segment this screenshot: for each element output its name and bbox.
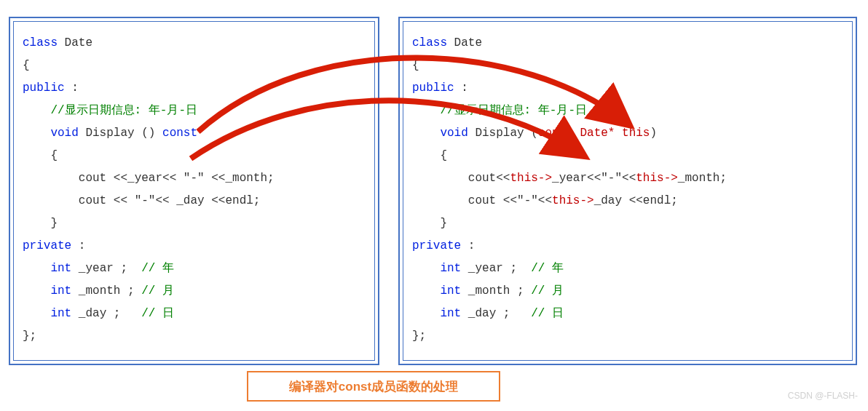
kw-const: const <box>162 127 197 140</box>
txt <box>412 284 440 298</box>
comment: //显示日期信息: 年-月-日 <box>50 104 197 117</box>
txt: ) <box>650 127 657 140</box>
txt: { <box>23 59 30 72</box>
txt: _month; <box>678 172 727 185</box>
txt: Display ( <box>468 127 538 140</box>
caption-text: 编译器对const成员函数的处理 <box>289 378 458 395</box>
code-left-inner: class Date { public : //显示日期信息: 年-月-日 vo… <box>13 21 375 361</box>
highlight-this: this-> <box>510 172 552 185</box>
kw-class: class <box>23 36 58 49</box>
kw-void: void <box>440 127 467 140</box>
kw-int: int <box>50 307 71 320</box>
kw-int: int <box>440 262 461 275</box>
kw-int: int <box>440 307 461 320</box>
txt: }; <box>23 330 36 343</box>
txt: cout << "-"<< _day <<endl; <box>23 194 260 207</box>
comment: //显示日期信息: 年-月-日 <box>440 104 587 117</box>
txt: _year<<"-"<< <box>552 172 636 185</box>
txt: Date <box>447 36 482 49</box>
code-right-inner: class Date { public : //显示日期信息: 年-月-日 vo… <box>403 21 853 361</box>
comment: // 日 <box>531 307 564 320</box>
caption-box: 编译器对const成员函数的处理 <box>247 371 500 402</box>
kw-public: public <box>412 81 454 95</box>
txt: } <box>23 217 58 230</box>
kw-class: class <box>412 36 447 49</box>
kw-void: void <box>50 127 78 140</box>
txt: : <box>461 239 475 252</box>
txt: _day ; <box>461 307 531 320</box>
txt: Display () <box>79 127 162 140</box>
txt <box>412 104 440 117</box>
comment: // 月 <box>531 284 564 298</box>
txt: { <box>23 149 58 162</box>
txt <box>412 127 440 140</box>
txt: cout <<_year<< "-" <<_month; <box>23 172 275 185</box>
highlight-this: this-> <box>636 172 678 185</box>
txt <box>412 262 440 275</box>
code-panel-left: class Date { public : //显示日期信息: 年-月-日 vo… <box>9 17 379 365</box>
kw-int: int <box>50 284 71 298</box>
code-panel-right: class Date { public : //显示日期信息: 年-月-日 vo… <box>398 17 857 365</box>
comment: // 日 <box>141 307 174 320</box>
kw-private: private <box>23 239 71 252</box>
txt <box>23 307 50 320</box>
txt: : <box>454 81 468 95</box>
txt: { <box>412 149 447 162</box>
txt: { <box>412 59 419 72</box>
txt: _year ; <box>461 262 531 275</box>
txt: _month ; <box>461 284 531 298</box>
txt <box>23 284 50 298</box>
txt: _day ; <box>71 307 141 320</box>
txt <box>23 262 50 275</box>
comment: // 年 <box>531 262 564 275</box>
txt: _month ; <box>71 284 141 298</box>
highlight-this: this-> <box>552 194 594 207</box>
txt <box>412 307 440 320</box>
txt: _year ; <box>71 262 141 275</box>
kw-public: public <box>23 81 65 95</box>
txt: : <box>71 239 85 252</box>
kw-int: int <box>50 262 71 275</box>
kw-private: private <box>412 239 461 252</box>
txt: cout <<"-"<< <box>412 194 552 207</box>
txt: } <box>412 217 447 230</box>
txt <box>23 127 50 140</box>
txt: _day <<endl; <box>594 194 678 207</box>
txt: Date <box>58 36 92 49</box>
watermark: CSDN @-FLASH- <box>788 391 858 401</box>
comment: // 年 <box>141 262 174 275</box>
txt: }; <box>412 330 426 343</box>
kw-int: int <box>440 284 461 298</box>
txt: cout<< <box>412 172 510 185</box>
comment: // 月 <box>141 284 174 298</box>
txt <box>23 104 50 117</box>
highlight-param: const Date* this <box>538 127 650 140</box>
txt: : <box>65 81 79 95</box>
